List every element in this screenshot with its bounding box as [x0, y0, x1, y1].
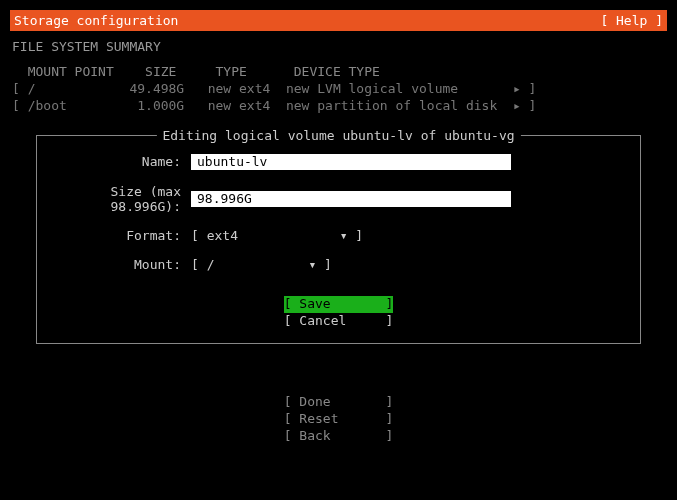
help-button[interactable]: [ Help ] — [600, 13, 663, 28]
section-title: FILE SYSTEM SUMMARY — [12, 39, 667, 54]
edit-logical-volume-dialog: Editing logical volume ubuntu-lv of ubun… — [36, 135, 641, 345]
header-bar: Storage configuration [ Help ] — [10, 10, 667, 31]
name-row: Name: — [51, 154, 626, 170]
cancel-button[interactable]: [ Cancel ] — [284, 313, 394, 330]
size-label: Size (max 98.996G): — [51, 184, 191, 214]
format-select[interactable]: [ ext4 ▾ ] — [191, 228, 363, 243]
save-button[interactable]: [ Save ] — [284, 296, 394, 313]
done-button[interactable]: [ Done ] — [284, 394, 394, 411]
reset-button[interactable]: [ Reset ] — [284, 411, 394, 428]
back-button[interactable]: [ Back ] — [284, 428, 394, 445]
size-input[interactable] — [191, 191, 511, 207]
file-system-summary: MOUNT POINT SIZE TYPE DEVICE TYPE [ / 49… — [12, 64, 667, 115]
header-title: Storage configuration — [14, 13, 178, 28]
format-label: Format: — [51, 228, 191, 243]
name-input[interactable] — [191, 154, 511, 170]
dialog-title: Editing logical volume ubuntu-lv of ubun… — [156, 128, 520, 143]
summary-row-root[interactable]: [ / 49.498G new ext4 new LVM logical vol… — [12, 81, 667, 98]
installer-screen: Storage configuration [ Help ] FILE SYST… — [0, 0, 677, 500]
format-row: Format: [ ext4 ▾ ] — [51, 228, 626, 243]
size-row: Size (max 98.996G): — [51, 184, 626, 214]
mount-row: Mount: [ / ▾ ] — [51, 257, 626, 272]
summary-row-boot[interactable]: [ /boot 1.000G new ext4 new partition of… — [12, 98, 667, 115]
summary-header: MOUNT POINT SIZE TYPE DEVICE TYPE — [12, 64, 667, 81]
name-label: Name: — [51, 154, 191, 169]
footer-actions: [ Done ] [ Reset ] [ Back ] — [10, 394, 667, 445]
dialog-actions: [ Save ] [ Cancel ] — [51, 296, 626, 330]
mount-select[interactable]: [ / ▾ ] — [191, 257, 332, 272]
mount-label: Mount: — [51, 257, 191, 272]
